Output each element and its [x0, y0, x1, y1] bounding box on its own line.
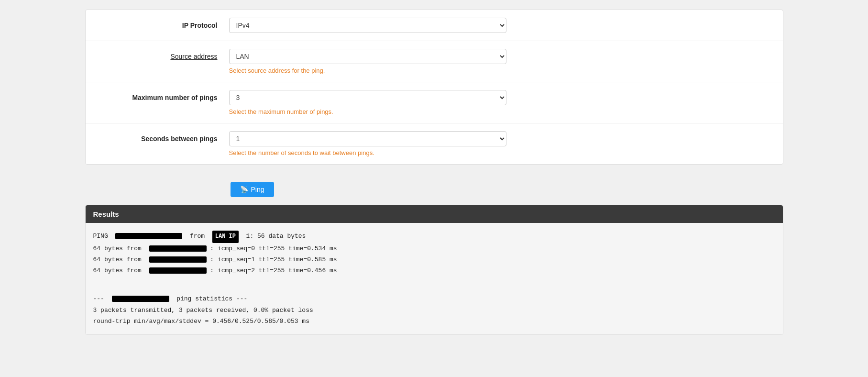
line4-prefix: 64 bytes from	[93, 267, 142, 274]
line5-prefix: ---	[93, 295, 104, 302]
max-pings-label: Maximum number of pings	[95, 90, 229, 101]
result-line-1: PING ISP GW from LAN IP 1: 56 data bytes	[93, 231, 775, 243]
ip-protocol-field: IPv4 IPv6	[229, 18, 773, 33]
ip-redacted-1	[149, 245, 207, 252]
result-line-3: 64 bytes from : icmp_seq=1 ttl=255 time=…	[93, 254, 775, 265]
from-label: from	[190, 233, 205, 240]
seconds-between-hint: Select the number of seconds to wait bet…	[229, 149, 773, 156]
line3-suffix: : icmp_seq=1 ttl=255 time=0.585 ms	[210, 256, 337, 263]
source-address-hint: Select source address for the ping.	[229, 67, 773, 74]
seconds-between-field: 1 2 3 5 10 Select the number of seconds …	[229, 131, 773, 156]
ip-redacted-stat	[112, 296, 169, 302]
results-header: Results	[86, 205, 783, 223]
seconds-between-row: Seconds between pings 1 2 3 5 10 Select …	[86, 123, 783, 164]
isp-gw-redacted: ISP GW	[115, 233, 182, 239]
seconds-between-select[interactable]: 1 2 3 5 10	[229, 131, 506, 146]
max-pings-field: 1 2 3 4 5 Select the maximum number of p…	[229, 90, 773, 115]
ip-protocol-select[interactable]: IPv4 IPv6	[229, 18, 506, 33]
ip-protocol-label: IP Protocol	[95, 18, 229, 29]
result-line-2: 64 bytes from : icmp_seq=0 ttl=255 time=…	[93, 243, 775, 254]
result-line-5: --- ping statistics ---	[93, 293, 775, 304]
ping-label: PING	[93, 233, 108, 240]
line3-prefix: 64 bytes from	[93, 256, 142, 263]
line2-suffix: : icmp_seq=0 ttl=255 time=0.534 ms	[210, 245, 337, 252]
line1-suffix: 1: 56 data bytes	[246, 233, 306, 240]
source-address-row: Source address LAN WAN Loopback Select s…	[86, 41, 783, 82]
ip-redacted-2	[149, 256, 207, 263]
source-address-field: LAN WAN Loopback Select source address f…	[229, 49, 773, 74]
result-line-4: 64 bytes from : icmp_seq=2 ttl=255 time=…	[93, 265, 775, 276]
source-address-label: Source address	[95, 49, 229, 60]
source-address-select[interactable]: LAN WAN Loopback	[229, 49, 506, 64]
line4-suffix: : icmp_seq=2 ttl=255 time=0.456 ms	[210, 267, 337, 274]
max-pings-hint: Select the maximum number of pings.	[229, 108, 773, 115]
ping-button-wrapper: 📡 Ping	[85, 174, 783, 205]
lan-ip-tag: LAN IP	[212, 231, 239, 243]
page-wrapper: IP Protocol IPv4 IPv6 Source address LAN…	[76, 0, 793, 344]
form-card: IP Protocol IPv4 IPv6 Source address LAN…	[85, 10, 783, 165]
results-card: Results PING ISP GW from LAN IP 1: 56 da…	[85, 205, 783, 335]
wifi-icon: 📡	[240, 186, 248, 193]
blank-line	[93, 279, 775, 290]
max-pings-row: Maximum number of pings 1 2 3 4 5 Select…	[86, 82, 783, 123]
max-pings-select[interactable]: 1 2 3 4 5	[229, 90, 506, 105]
ip-protocol-row: IP Protocol IPv4 IPv6	[86, 10, 783, 41]
results-body: PING ISP GW from LAN IP 1: 56 data bytes…	[86, 223, 783, 334]
result-line-6: 3 packets transmitted, 3 packets receive…	[93, 305, 775, 316]
line2-prefix: 64 bytes from	[93, 245, 142, 252]
ping-button[interactable]: 📡 Ping	[231, 182, 274, 197]
ip-redacted-3	[149, 267, 207, 274]
ping-button-label: Ping	[251, 186, 264, 193]
seconds-between-label: Seconds between pings	[95, 131, 229, 143]
result-line-7: round-trip min/avg/max/stddev = 0.456/0.…	[93, 316, 775, 327]
line5-suffix: ping statistics ---	[176, 295, 247, 302]
